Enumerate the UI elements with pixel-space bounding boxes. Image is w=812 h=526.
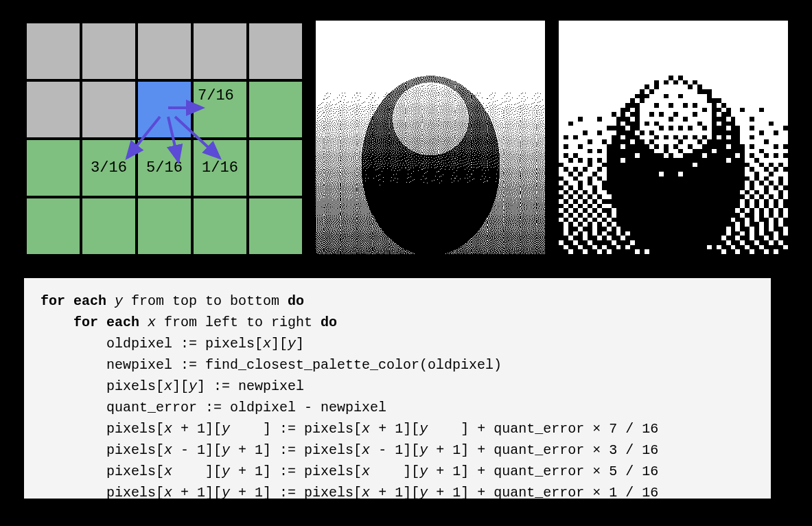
var-x: x <box>362 421 370 437</box>
dithered-image-coarse <box>559 21 788 254</box>
text: - 1][ <box>172 442 222 458</box>
pixel-grid: 7/163/165/161/16 <box>24 21 305 257</box>
weight-down: 5/16 <box>137 139 192 197</box>
var-x: x <box>164 442 172 458</box>
keyword-do: do <box>288 293 304 309</box>
text: pixels[ <box>106 464 164 479</box>
text: + 1] := pixels[ <box>230 485 362 501</box>
text: + 1] + quant_error × 3 / 16 <box>428 442 658 458</box>
text: pixels[ <box>106 421 164 437</box>
error-diffusion-grid: 7/163/165/161/16 <box>24 21 302 254</box>
var-y: y <box>288 336 296 352</box>
keyword-do: do <box>321 315 337 330</box>
text: ][ <box>172 464 222 479</box>
text: + 1] + quant_error × 1 / 16 <box>428 485 658 501</box>
text: + 1] := pixels[ <box>230 464 362 479</box>
grid-cell <box>25 197 81 255</box>
text: + 1] := pixels[ <box>230 442 362 458</box>
weight-right: 7/16 <box>198 87 234 104</box>
weight-down-left: 3/16 <box>81 139 137 197</box>
text: oldpixel := pixels[ <box>106 336 263 352</box>
page: 7/163/165/161/16 for each y <box>0 0 812 526</box>
grid-cell <box>137 22 192 80</box>
text: from left to right <box>164 315 321 330</box>
grid-cell <box>25 139 81 197</box>
text: ] + quant_error × 7 / 16 <box>428 421 658 437</box>
dithered-image-fine <box>316 21 545 254</box>
text: - 1][ <box>370 442 419 458</box>
text: quant_error := oldpixel - newpixel <box>106 400 386 415</box>
text: + 1][ <box>370 485 419 501</box>
var-y: y <box>419 421 428 437</box>
grid-cell <box>248 22 303 80</box>
grid-cell <box>192 22 248 80</box>
grid-cell <box>248 139 303 197</box>
grid-cell <box>25 22 81 80</box>
grid-cell <box>192 197 248 255</box>
grid-cell <box>137 197 192 255</box>
weight-down-right: 1/16 <box>192 139 248 197</box>
text: ] <box>296 336 304 352</box>
text: pixels[ <box>106 442 164 458</box>
text: + 1][ <box>172 421 222 437</box>
grid-cell <box>248 80 303 139</box>
var-y: y <box>419 464 428 479</box>
var-y: y <box>419 442 428 458</box>
var-x: x <box>139 315 164 330</box>
text: pixels[ <box>106 485 164 501</box>
text: from top to bottom <box>131 293 288 309</box>
var-x: x <box>164 378 172 394</box>
var-y: y <box>222 464 230 479</box>
grid-cell <box>81 197 137 255</box>
var-x: x <box>164 421 172 437</box>
grid-cell <box>81 80 137 139</box>
text: ][ <box>370 464 419 479</box>
grid-cell <box>248 197 303 255</box>
var-x: x <box>164 485 172 501</box>
var-y: y <box>106 293 131 309</box>
grid-cell: 7/16 <box>192 80 248 139</box>
var-x: x <box>362 485 370 501</box>
var-y: y <box>222 421 230 437</box>
text: ][ <box>271 336 288 352</box>
text: ] := pixels[ <box>230 421 362 437</box>
text: + 1][ <box>172 485 222 501</box>
text: + 1] + quant_error × 5 / 16 <box>428 464 658 479</box>
grid-cell <box>81 22 137 80</box>
keyword-for: for each <box>73 315 139 330</box>
grid-cell <box>25 80 81 139</box>
keyword-for: for each <box>40 293 106 309</box>
var-x: x <box>263 336 271 352</box>
top-row: 7/163/165/161/16 <box>24 21 788 254</box>
text: ][ <box>172 378 189 394</box>
text: ] := newpixel <box>197 378 304 394</box>
grid-cell <box>137 80 192 139</box>
var-y: y <box>222 485 230 501</box>
var-y: y <box>189 378 197 394</box>
var-x: x <box>164 464 172 479</box>
text: newpixel := find_closest_palette_color(o… <box>106 357 502 373</box>
pseudocode-block: for each y from top to bottom do for eac… <box>24 278 771 499</box>
var-y: y <box>222 442 230 458</box>
var-x: x <box>362 464 370 479</box>
text: pixels[ <box>106 378 164 394</box>
var-x: x <box>362 442 370 458</box>
var-y: y <box>419 485 428 501</box>
text: + 1][ <box>370 421 419 437</box>
